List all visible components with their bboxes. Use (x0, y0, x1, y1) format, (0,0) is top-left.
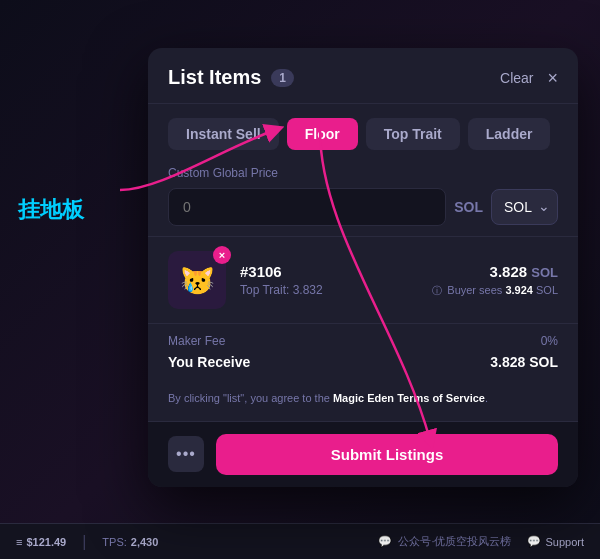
price-item: ≡ $121.49 (16, 536, 66, 548)
nft-info: #3106 Top Trait: 3.832 (240, 263, 418, 297)
price-input-row: SOL SOL (168, 188, 558, 226)
tps-item: TPS: 2,430 (102, 536, 158, 548)
bottom-bar: ≡ $121.49 | TPS: 2,430 💬 公众号·优质空投风云榜 💬 S… (0, 523, 600, 559)
price-icon: ≡ (16, 536, 22, 548)
buyer-sees-label: Buyer sees (447, 284, 502, 296)
fee-section: Maker Fee 0% You Receive 3.828 SOL (148, 323, 578, 384)
tab-ladder[interactable]: Ladder (468, 118, 551, 150)
item-count-badge: 1 (271, 69, 294, 87)
nft-price-column: 3.828 SOL ⓘ Buyer sees 3.924 SOL (432, 263, 558, 298)
modal-title: List Items (168, 66, 261, 89)
nft-price: 3.828 SOL (432, 263, 558, 280)
custom-price-section: Custom Global Price SOL SOL (148, 160, 578, 236)
buyer-sees-unit: SOL (536, 284, 558, 296)
buyer-sees-price: 3.924 (505, 284, 533, 296)
maker-fee-value: 0% (541, 334, 558, 348)
tab-floor[interactable]: Floor (287, 118, 358, 150)
info-icon: ⓘ (432, 285, 442, 296)
nft-name: #3106 (240, 263, 418, 280)
weixin-icon: 💬 (378, 535, 392, 548)
close-button[interactable]: × (547, 69, 558, 87)
buyer-sees: ⓘ Buyer sees 3.924 SOL (432, 284, 558, 298)
modal-footer: ••• Submit Listings (148, 421, 578, 487)
price-input[interactable] (168, 188, 446, 226)
more-options-button[interactable]: ••• (168, 436, 204, 472)
nft-price-unit: SOL (531, 265, 558, 280)
nft-price-value: 3.828 (490, 263, 528, 280)
tos-suffix: . (485, 392, 488, 404)
maker-fee-row: Maker Fee 0% (168, 334, 558, 348)
tps-value: 2,430 (131, 536, 159, 548)
support-icon: 💬 (527, 535, 541, 548)
submit-listings-button[interactable]: Submit Listings (216, 434, 558, 475)
support-label: Support (545, 536, 584, 548)
tab-instant-sell[interactable]: Instant Sell (168, 118, 279, 150)
list-items-modal: List Items 1 Clear × Instant Sell Floor … (148, 48, 578, 487)
maker-fee-label: Maker Fee (168, 334, 225, 348)
price-value: $121.49 (26, 536, 66, 548)
separator-1: | (82, 533, 86, 551)
nft-trait: Top Trait: 3.832 (240, 283, 418, 297)
tos-section: By clicking "list", you agree to the Mag… (148, 384, 578, 421)
custom-price-label: Custom Global Price (168, 166, 558, 180)
you-receive-value: 3.828 SOL (490, 354, 558, 370)
currency-select[interactable]: SOL (491, 189, 558, 225)
you-receive-row: You Receive 3.828 SOL (168, 354, 558, 370)
tab-top-trait[interactable]: Top Trait (366, 118, 460, 150)
chinese-annotation: 挂地板 (18, 195, 84, 225)
nft-image-wrap: 😿 × (168, 251, 226, 309)
sol-label: SOL (454, 199, 483, 215)
header-actions: Clear × (500, 69, 558, 87)
support-item: 💬 Support (527, 535, 584, 548)
remove-nft-button[interactable]: × (213, 246, 231, 264)
tps-label: TPS: (102, 536, 126, 548)
clear-button[interactable]: Clear (500, 70, 533, 86)
tos-prefix: By clicking "list", you agree to the (168, 392, 333, 404)
sol-select-wrap: SOL (491, 189, 558, 225)
tabs-row: Instant Sell Floor Top Trait Ladder (148, 104, 578, 160)
weixin-text: 公众号·优质空投风云榜 (398, 534, 511, 549)
nft-item: 😿 × #3106 Top Trait: 3.832 3.828 SOL ⓘ B… (148, 237, 578, 323)
weixin-group: 💬 公众号·优质空投风云榜 (378, 534, 511, 549)
you-receive-label: You Receive (168, 354, 250, 370)
title-group: List Items 1 (168, 66, 294, 89)
tos-link[interactable]: Magic Eden Terms of Service (333, 392, 485, 404)
modal-header: List Items 1 Clear × (148, 48, 578, 104)
